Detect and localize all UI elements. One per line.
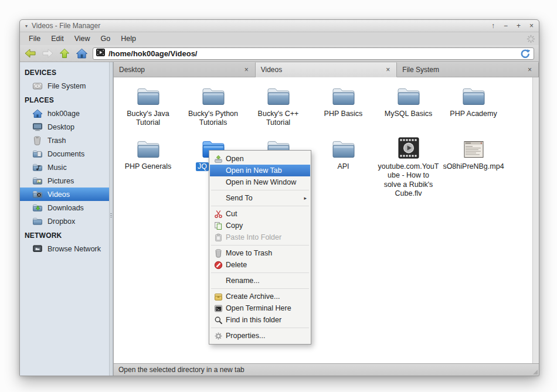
menubar: FileEditViewGoHelp: [20, 32, 539, 45]
menu-item-open[interactable]: Open: [210, 153, 310, 165]
menu-separator: [211, 288, 309, 289]
menu-icon-slot: [212, 276, 224, 285]
sidebar-item-videos[interactable]: Videos: [20, 188, 109, 201]
menu-icon-slot: [212, 221, 224, 230]
toolbar: /home/hok00age/Videos/: [20, 45, 539, 62]
window-content: DEVICESFile SystemPLACEShok00ageDesktopT…: [20, 62, 539, 376]
sidebar-item-dropbox[interactable]: Dropbox: [20, 214, 109, 228]
window-menu-icon[interactable]: ▾: [25, 23, 28, 29]
maximize-button[interactable]: +: [517, 22, 521, 29]
cut-icon: [214, 210, 223, 219]
up-button[interactable]: [57, 47, 72, 60]
window-title: Videos - File Manager: [32, 22, 100, 30]
menu-separator: [211, 272, 309, 273]
roll-up-button[interactable]: ↑: [491, 22, 495, 29]
menu-icon-slot: [212, 209, 224, 219]
sidebar-item-documents[interactable]: Documents: [20, 147, 109, 161]
tab-file-system[interactable]: File System×: [397, 62, 539, 77]
folder-large-icon: [135, 83, 162, 108]
home-icon: [32, 109, 43, 118]
menu-item-properties[interactable]: Properties...: [210, 330, 310, 342]
file-view[interactable]: Bucky's Java TutorialBucky's Python Tuto…: [114, 77, 539, 363]
file-manager-window: ▾ Videos - File Manager ↑−+× FileEditVie…: [19, 19, 539, 376]
menu-item-paste-into-folder: Paste Into Folder: [210, 231, 310, 243]
file-label: PHP Basics: [324, 110, 363, 118]
close-button[interactable]: ×: [529, 22, 534, 29]
folder-large-icon: [330, 83, 357, 108]
sidebar-item-desktop[interactable]: Desktop: [20, 120, 109, 134]
tab-bar: Desktop×Videos×File System×: [114, 62, 539, 77]
file-item-api[interactable]: API: [311, 135, 376, 198]
sidebar-section-network: NETWORK: [20, 228, 109, 242]
menubar-item-go[interactable]: Go: [96, 33, 116, 44]
menu-separator: [211, 190, 309, 190]
tab-videos[interactable]: Videos×: [256, 62, 398, 77]
tab-label: Desktop: [119, 66, 145, 74]
titlebar[interactable]: ▾ Videos - File Manager ↑−+×: [20, 20, 539, 32]
menu-item-delete[interactable]: Delete: [210, 259, 310, 271]
file-item-php-basics[interactable]: PHP Basics: [311, 83, 376, 128]
file-label: PHP Generals: [125, 162, 172, 171]
pane-splitter[interactable]: [109, 62, 113, 376]
file-label: youtube.com.YouT ube - How to solve a Ru…: [378, 162, 439, 198]
sidebar-item-hok00age[interactable]: hok00age: [20, 107, 109, 120]
pictures-folder-icon: [32, 176, 43, 185]
menu-item-send-to[interactable]: Send To▸: [210, 192, 310, 204]
sidebar-item-browse-network[interactable]: Browse Network: [20, 242, 109, 255]
status-bar: Open the selected directory in a new tab: [114, 363, 539, 376]
path-bar[interactable]: /home/hok00age/Videos/: [93, 47, 534, 60]
resize-grip[interactable]: [533, 370, 538, 374]
menu-item-find-in-this-folder[interactable]: Find in this folder: [210, 314, 310, 326]
sidebar-item-pictures[interactable]: Pictures: [20, 174, 109, 188]
file-item-bucky-s-python[interactable]: Bucky's Python Tutorials: [181, 83, 246, 128]
file-label: PHP Academy: [450, 110, 497, 118]
menu-item-cut[interactable]: Cut: [210, 208, 310, 220]
videos-folder-icon: [32, 190, 43, 199]
file-label: MySQL Basics: [385, 110, 433, 118]
menu-item-copy[interactable]: Copy: [210, 220, 310, 231]
folder-large-icon: [265, 83, 292, 108]
file-item-mysql-basics[interactable]: MySQL Basics: [376, 83, 441, 128]
minimize-button[interactable]: −: [504, 22, 508, 29]
tab-close-icon[interactable]: ×: [527, 66, 533, 74]
file-item-php-generals[interactable]: PHP Generals: [116, 135, 181, 198]
forward-button[interactable]: [40, 47, 55, 60]
menu-item-label: Open Terminal Here: [226, 304, 291, 312]
menu-item-label: Paste Into Folder: [226, 233, 281, 241]
file-item-php-academy[interactable]: PHP Academy: [441, 83, 506, 128]
vertical-scrollbar[interactable]: [532, 77, 539, 363]
folder-large-icon: [395, 83, 422, 108]
tab-desktop[interactable]: Desktop×: [114, 62, 256, 77]
menubar-item-help[interactable]: Help: [116, 33, 141, 44]
splitter-grip-icon[interactable]: [110, 212, 113, 219]
file-item-youtube-com-yout[interactable]: youtube.com.YouT ube - How to solve a Ru…: [376, 135, 441, 198]
reload-button[interactable]: [519, 49, 531, 59]
menu-item-move-to-trash[interactable]: Move to Trash: [210, 247, 310, 259]
paste-icon: [214, 233, 223, 242]
menubar-item-edit[interactable]: Edit: [46, 33, 69, 44]
menu-item-open-terminal-here[interactable]: Open Terminal Here: [210, 302, 310, 314]
file-item-bucky-s-c[interactable]: Bucky's C++ Tutorial: [246, 83, 311, 128]
menu-item-label: Create Archive...: [226, 292, 280, 301]
sidebar-item-downloads[interactable]: Downloads: [20, 201, 109, 214]
sidebar-item-label: Browse Network: [47, 245, 101, 253]
sidebar-item-trash[interactable]: Trash: [20, 134, 109, 147]
menubar-item-file[interactable]: File: [23, 33, 46, 44]
file-item-so8hiprenbg-mp4[interactable]: sO8hiPreNBg.mp4: [441, 135, 506, 198]
tab-close-icon[interactable]: ×: [243, 66, 250, 74]
sidebar-item-label: File System: [47, 82, 86, 90]
menu-item-rename[interactable]: Rename...: [210, 275, 310, 287]
back-button[interactable]: [23, 47, 38, 60]
tab-label: File System: [402, 66, 439, 74]
sidebar-item-file-system[interactable]: File System: [20, 79, 109, 93]
home-button[interactable]: [74, 47, 89, 60]
menu-item-open-in-new-tab[interactable]: Open in New Tab: [210, 165, 310, 176]
tab-close-icon[interactable]: ×: [385, 66, 391, 74]
file-item-bucky-s-java[interactable]: Bucky's Java Tutorial: [116, 83, 181, 128]
menubar-item-view[interactable]: View: [69, 33, 96, 44]
menu-separator: [211, 206, 309, 206]
sidebar-item-label: Music: [47, 163, 67, 172]
menu-item-create-archive[interactable]: Create Archive...: [210, 291, 310, 302]
menu-item-open-in-new-window[interactable]: Open in New Window: [210, 176, 310, 188]
sidebar-item-music[interactable]: Music: [20, 161, 109, 174]
